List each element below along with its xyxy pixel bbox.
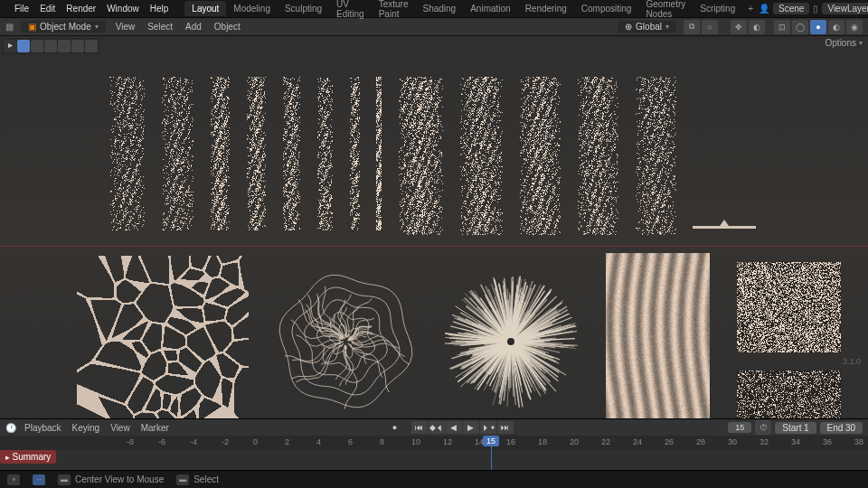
header-menu-object[interactable]: Object: [212, 21, 243, 33]
brush-stroke: [376, 77, 382, 230]
workspace-tab-texture-paint[interactable]: Texture Paint: [372, 0, 416, 22]
jump-end-icon[interactable]: ⏭: [497, 421, 514, 434]
keyframe-prev-icon[interactable]: ◆⏴: [429, 421, 445, 434]
brush-stroke: [693, 77, 756, 230]
starburst-texture: [443, 274, 579, 409]
tick: 28: [696, 437, 705, 446]
tool-icon[interactable]: [85, 40, 98, 52]
snap-icon[interactable]: ⧉: [684, 20, 700, 34]
tick: 16: [506, 437, 515, 446]
play-reverse-icon[interactable]: ◀: [446, 421, 462, 434]
workspace-tab-geometry-nodes[interactable]: Geometry Nodes: [638, 0, 693, 22]
brush-stroke: [246, 77, 266, 230]
3d-viewport[interactable]: ▸ Options▾ 3.1.0: [0, 36, 868, 418]
header-menu-add[interactable]: Add: [183, 21, 204, 33]
tick: 26: [665, 437, 674, 446]
menu-window[interactable]: Window: [101, 2, 145, 15]
tick: 4: [316, 437, 321, 446]
select-tool-icon[interactable]: [17, 40, 30, 52]
mouse-icon: ⌖: [7, 474, 20, 485]
current-frame-field[interactable]: 15: [728, 422, 751, 433]
brush-stroke: [210, 77, 230, 230]
header-menu-select[interactable]: Select: [145, 21, 175, 33]
wireframe-shading-icon[interactable]: ◯: [792, 20, 808, 34]
radial-web-texture: [276, 271, 416, 411]
brush-stroke: [282, 77, 300, 230]
tick: -2: [222, 437, 229, 446]
tool-icon[interactable]: [58, 40, 71, 52]
workspace-tab-compositing[interactable]: Compositing: [574, 1, 639, 16]
workspace-tab-shading[interactable]: Shading: [415, 1, 463, 16]
workspace-tab-animation[interactable]: Animation: [463, 1, 517, 16]
rendered-shading-icon[interactable]: ◉: [846, 20, 863, 34]
keyframe-next-icon[interactable]: ⏵◆: [480, 421, 496, 434]
mouse-middle-icon: ▬: [58, 474, 71, 485]
noise-textures: [737, 262, 841, 418]
brush-stroke: [459, 77, 503, 230]
autokey-icon[interactable]: ●: [387, 421, 403, 434]
tool-icon[interactable]: [31, 40, 43, 52]
preview-range-icon[interactable]: ⏱: [755, 420, 771, 435]
playhead-label: 15: [483, 436, 499, 446]
timeline-menu-marker[interactable]: Marker: [138, 422, 172, 434]
tick: 20: [570, 437, 579, 446]
xray-icon[interactable]: ⊡: [774, 20, 790, 34]
version-label: 3.1.0: [843, 357, 861, 366]
material-shading-icon[interactable]: ◐: [828, 20, 844, 34]
workspace-tab-scripting[interactable]: Scripting: [693, 1, 742, 16]
tick: 24: [633, 437, 642, 446]
brush-stroke: [577, 77, 618, 230]
tick: 32: [760, 437, 769, 446]
workspace-tab-sculpting[interactable]: Sculpting: [278, 1, 329, 16]
overlay-buttons: ⧉ ○ ✥ ◐ ⊡ ◯ ● ◐ ◉: [684, 20, 863, 34]
menu-edit[interactable]: Edit: [34, 2, 61, 15]
brush-stroke: [161, 77, 193, 230]
workspace-tab-layout[interactable]: Layout: [184, 1, 226, 16]
brush-stroke: [519, 77, 561, 230]
end-frame-field[interactable]: End 30: [820, 422, 863, 434]
timeline-menu-view[interactable]: View: [108, 422, 133, 434]
timeline-menu-playback[interactable]: Playback: [22, 422, 64, 434]
timeline-icon[interactable]: 🕐: [5, 423, 16, 433]
menu-file[interactable]: File: [9, 2, 34, 15]
workspace-tab-modeling[interactable]: Modeling: [226, 1, 278, 16]
voronoi-texture: [77, 256, 249, 419]
status-bar: ⌖ ↔ ▬Center View to Mouse ▬Select: [0, 470, 868, 488]
viewlayer-selector[interactable]: ViewLayer: [822, 3, 868, 14]
proportional-icon[interactable]: ○: [702, 20, 718, 34]
overlay-icon[interactable]: ◐: [749, 20, 765, 34]
brush-stroke: [108, 77, 145, 230]
timeline-menu-keying[interactable]: Keying: [70, 422, 103, 434]
play-icon[interactable]: ▶: [463, 421, 479, 434]
workspace-tab-uv-editing[interactable]: UV Editing: [329, 0, 372, 22]
editor-type-icon[interactable]: ▦: [5, 22, 14, 32]
menu-render[interactable]: Render: [61, 2, 101, 15]
tick: 2: [285, 437, 289, 446]
tick: 30: [728, 437, 737, 446]
add-workspace-button[interactable]: +: [742, 2, 759, 15]
tool-icon[interactable]: [71, 40, 84, 52]
header-menu-view[interactable]: View: [113, 21, 138, 33]
tool-icon[interactable]: [44, 40, 57, 52]
menu-help[interactable]: Help: [145, 2, 175, 15]
timeline-body[interactable]: ▸ Summary: [0, 450, 868, 470]
scene-selector[interactable]: Scene: [773, 3, 809, 14]
solid-shading-icon[interactable]: ●: [810, 20, 826, 34]
horizon-line: [0, 246, 868, 247]
tick: 18: [538, 437, 547, 446]
timeline-editor: 🕐 PlaybackKeyingViewMarker ● ⏮ ◆⏴ ◀ ▶ ⏵◆…: [0, 418, 868, 470]
tick: 10: [411, 437, 420, 446]
jump-start-icon[interactable]: ⏮: [411, 421, 428, 434]
timeline-ruler[interactable]: 15 -8-6-4-202468101214161820222426283032…: [0, 436, 868, 450]
cursor-tool-icon[interactable]: ▸: [4, 40, 16, 52]
mode-dropdown[interactable]: ▣ Object Mode▾: [21, 21, 106, 33]
brush-stroke: [398, 77, 443, 230]
brush-stroke: [316, 77, 333, 230]
tick: 12: [443, 437, 452, 446]
summary-channel[interactable]: ▸ Summary: [0, 450, 56, 464]
gizmo-icon[interactable]: ✥: [731, 20, 747, 34]
orientation-dropdown[interactable]: ⊕Global▾: [618, 21, 676, 33]
options-dropdown[interactable]: Options▾: [826, 38, 863, 48]
start-frame-field[interactable]: Start 1: [775, 422, 816, 434]
workspace-tab-rendering[interactable]: Rendering: [518, 1, 574, 16]
